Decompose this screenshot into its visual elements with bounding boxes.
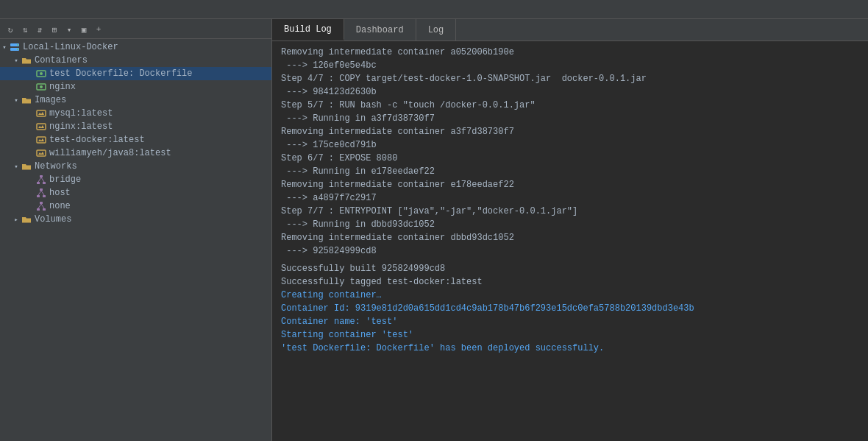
tree-icon-folder [21,214,32,225]
log-line: ---> 984123d2630b [281,85,859,99]
refresh-icon[interactable]: ↻ [4,24,16,35]
tree-label: mysql:latest [49,108,113,119]
svg-rect-19 [43,195,46,197]
log-line: Container name: 'test' [281,315,859,328]
log-line: Step 5/7 : RUN bash -c "touch /docker-0.… [281,99,859,112]
tree-label: nginx [49,82,76,92]
tree-item-bridge[interactable]: bridge [0,173,271,186]
tree-label: bridge [49,174,81,185]
log-line: ---> Running in a3f7d38730f7 [281,112,859,125]
tree-icon-folder [21,94,32,106]
svg-rect-10 [37,137,46,143]
collapse-all-icon[interactable]: ⇵ [34,24,46,35]
tree-icon-folder [21,54,32,66]
tree-label: Local-Linux-Docker [23,42,118,52]
log-line: ---> 126ef0e5e4bc [281,59,859,72]
svg-point-5 [40,72,43,75]
svg-rect-17 [40,188,43,191]
svg-rect-23 [37,208,40,211]
tree-item-volumes[interactable]: ▸Volumes [0,213,271,226]
svg-rect-22 [40,202,43,204]
tree-container: ▾Local-Linux-Docker▾Containerstest Docke… [0,40,271,226]
tree-label: Containers [35,55,88,66]
tab-log[interactable]: Log [416,19,457,40]
log-line: Step 7/7 : ENTRYPOINT ["java","-jar","do… [281,205,859,218]
tree-item-containers[interactable]: ▾Containers [0,54,271,67]
log-line: ---> 925824999cd8 [281,244,859,258]
svg-point-2 [17,44,18,46]
sidebar: ↻ ⇅ ⇵ ⊞ ▾ ▣ + ▾Local-Linux-Docker▾Contai… [0,19,272,441]
svg-rect-18 [37,195,40,197]
top-bar [0,0,868,19]
sidebar-toolbar: ↻ ⇅ ⇵ ⊞ ▾ ▣ + [0,22,271,39]
tree-icon-network [35,174,47,186]
tree-icon-container-running [35,81,47,93]
tree-item-images[interactable]: ▾Images [0,94,271,107]
tree-item-host[interactable]: host [0,186,271,200]
log-line: ---> Running in e178eedaef22 [281,165,859,178]
tree-label: Volumes [35,214,71,225]
expand-all-icon[interactable]: ⇅ [19,24,31,35]
tree-icon-network [35,200,47,212]
main-layout: ↻ ⇅ ⇵ ⊞ ▾ ▣ + ▾Local-Linux-Docker▾Contai… [0,19,868,441]
tree-label: Images [35,95,66,105]
tab-dashboard[interactable]: Dashboard [344,19,416,40]
log-line: Successfully built 925824999cd8 [281,262,859,275]
tree-icon-server [9,41,21,53]
log-line: 'test Dockerfile: Dockerfile' has been d… [281,342,859,355]
log-area[interactable]: Removing intermediate container a052006b… [272,41,868,441]
tree-arrow[interactable]: ▸ [12,215,21,224]
tree-icon-image [35,121,47,133]
log-line: Removing intermediate container a3f7d387… [281,125,859,138]
svg-rect-12 [40,175,43,177]
tree-label: test-docker:latest [49,135,145,145]
tree-icon-image [35,147,47,159]
tree-item-none[interactable]: none [0,200,271,213]
tree-item-mysql-latest[interactable]: mysql:latest [0,107,271,120]
tree-label: host [49,188,71,198]
log-line: ---> Running in dbbd93dc1052 [281,218,859,231]
tree-item-local-linux-docker[interactable]: ▾Local-Linux-Docker [0,40,271,54]
tree-label: Networks [35,161,77,172]
svg-rect-14 [43,182,46,184]
tree-arrow[interactable]: ▾ [12,56,21,65]
tree-icon-network [35,187,47,199]
log-line: Successfully tagged test-docker:latest [281,275,859,289]
svg-rect-11 [37,150,46,156]
tree-label: williamyeh/java8:latest [49,148,171,158]
svg-point-7 [40,85,43,88]
tree-icon-folder [21,160,32,172]
tree-item-williamyeh-java8[interactable]: williamyeh/java8:latest [0,147,271,160]
tree-arrow[interactable]: ▾ [12,162,21,171]
log-line: Removing intermediate container dbbd93dc… [281,231,859,244]
tab-build-log[interactable]: Build Log [272,19,344,40]
tree-icon-image [35,134,47,146]
svg-line-25 [38,204,41,208]
terminal-icon[interactable]: ▣ [78,24,90,35]
tree-item-test-dockerfile[interactable]: test Dockerfile: Dockerfile [0,67,271,80]
add-icon[interactable]: + [93,24,104,35]
tree-label: test Dockerfile: Dockerfile [49,68,192,79]
svg-line-20 [38,191,41,195]
tree-item-networks[interactable]: ▾Networks [0,160,271,173]
filter-icon[interactable]: ▾ [63,24,75,35]
tree-item-nginx-latest[interactable]: nginx:latest [0,120,271,133]
log-line: Container Id: 9319e81d2d0a615dd1cd4c9ab1… [281,302,859,315]
grid-icon[interactable]: ⊞ [49,24,60,35]
tree-label: nginx:latest [49,121,113,132]
log-line: ---> 175ce0cd791b [281,138,859,152]
tabs-bar: Build LogDashboardLog [272,19,868,41]
right-panel: Build LogDashboardLog Removing intermedi… [272,19,868,441]
tree-item-test-docker-latest[interactable]: test-docker:latest [0,133,271,147]
svg-point-3 [17,49,18,50]
tree-item-nginx[interactable]: nginx [0,80,271,94]
svg-rect-13 [37,182,40,184]
svg-rect-9 [37,124,46,130]
tree-arrow[interactable]: ▾ [12,96,21,105]
svg-line-15 [38,177,41,182]
tree-label: none [49,201,71,211]
svg-line-21 [41,191,44,195]
svg-line-16 [41,177,44,182]
tree-arrow[interactable]: ▾ [0,43,9,52]
log-line: Removing intermediate container e178eeda… [281,178,859,191]
